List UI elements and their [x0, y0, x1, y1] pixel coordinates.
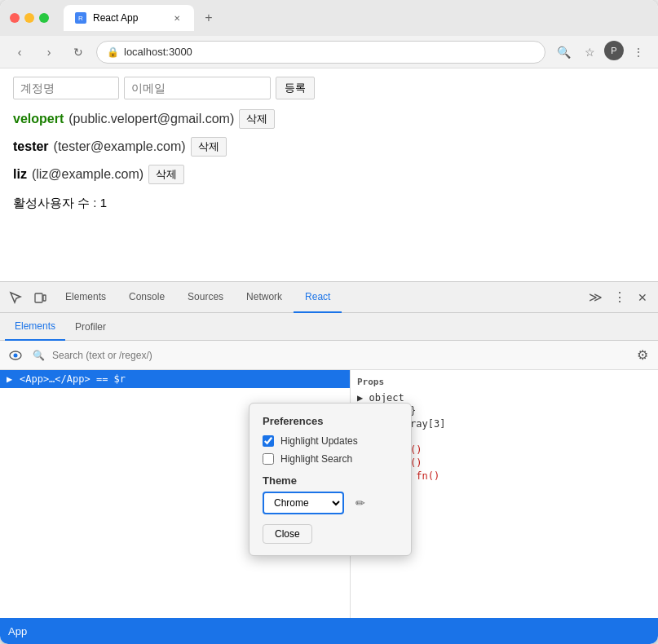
register-button[interactable]: 등록: [276, 77, 315, 99]
preferences-title: Preferences: [263, 415, 398, 427]
user-email-tester: (tester@example.com): [54, 139, 186, 154]
tree-item-label: <App>…</App> == $r: [20, 373, 126, 385]
device-toolbar-button[interactable]: [29, 287, 51, 308]
user-row-tester: tester (tester@example.com) 삭제: [13, 137, 645, 157]
svg-rect-1: [43, 295, 46, 301]
username-liz: liz: [13, 167, 27, 182]
reload-button[interactable]: ↻: [67, 41, 90, 64]
devtools-toolbar: Elements Console Sources Network React ≫…: [0, 282, 658, 313]
devtools-main: ▶ <App>…</App> == $r Props ▶ object stat…: [0, 370, 658, 618]
profile-icon[interactable]: P: [604, 41, 624, 60]
theme-edit-button[interactable]: ✏: [351, 493, 370, 513]
theme-section-title: Theme: [263, 474, 398, 487]
user-row-velopert: velopert (public.velopert@gmail.com) 삭제: [13, 109, 645, 129]
highlight-search-checkbox[interactable]: [263, 453, 274, 465]
tab-elements[interactable]: Elements: [54, 282, 117, 313]
preferences-popup: Preferences Highlight Updates Highlight …: [249, 403, 412, 556]
tab-close-button[interactable]: ✕: [171, 12, 183, 24]
sub-tab-profiler[interactable]: Profiler: [65, 313, 116, 341]
highlight-search-label: Highlight Search: [280, 453, 352, 465]
nav-bar: ‹ › ↻ 🔒 localhost:3000 🔍 ☆ P ⋮: [0, 36, 658, 68]
delete-button-tester[interactable]: 삭제: [191, 137, 227, 157]
forward-button[interactable]: ›: [38, 41, 60, 64]
highlight-updates-checkbox[interactable]: [263, 435, 274, 447]
minimize-traffic-light[interactable]: [24, 13, 34, 23]
user-row-liz: liz (liz@example.com) 삭제: [13, 165, 645, 184]
delete-button-liz[interactable]: 삭제: [148, 165, 184, 184]
delete-button-velopert[interactable]: 삭제: [239, 109, 275, 129]
title-bar: R React App ✕ +: [0, 0, 658, 36]
tab-sources[interactable]: Sources: [176, 282, 235, 313]
devtools-panel: Elements Console Sources Network React ≫…: [0, 281, 658, 644]
props-title: Props: [357, 377, 651, 387]
bottom-app-label: App: [8, 625, 27, 637]
devtools-right-buttons: ⋮ ✕: [609, 287, 653, 308]
react-search-bar: 🔍 ⚙: [0, 341, 658, 370]
react-search-input[interactable]: [52, 350, 629, 361]
tab-react[interactable]: React: [294, 282, 342, 313]
email-input[interactable]: [124, 77, 271, 99]
page-content: 등록 velopert (public.velopert@gmail.com) …: [0, 68, 658, 281]
address-text: localhost:3000: [124, 46, 192, 58]
tree-arrow: ▶: [7, 373, 16, 385]
tab-bar: R React App ✕ +: [64, 5, 648, 31]
close-traffic-light[interactable]: [10, 13, 20, 23]
highlight-search-item: Highlight Search: [263, 453, 398, 465]
devtools-close-button[interactable]: ✕: [632, 287, 653, 308]
tab-title: React App: [93, 12, 165, 24]
eye-icon[interactable]: [7, 346, 24, 364]
svg-rect-0: [35, 293, 42, 302]
theme-select[interactable]: Chrome Dark Light: [263, 492, 344, 514]
devtools-bottom-bar: App: [0, 618, 658, 644]
browser-tab[interactable]: R React App ✕: [64, 5, 194, 31]
username-tester: tester: [13, 139, 49, 154]
bookmark-icon[interactable]: ☆: [578, 41, 601, 64]
user-email-liz: (liz@example.com): [32, 167, 144, 182]
menu-icon[interactable]: ⋮: [627, 41, 650, 64]
browser-window: R React App ✕ + ‹ › ↻ 🔒 localhost:3000 🔍…: [0, 0, 658, 644]
svg-point-3: [14, 353, 18, 357]
more-tabs-button[interactable]: ≫: [585, 287, 606, 308]
address-bar[interactable]: 🔒 localhost:3000: [96, 41, 545, 64]
traffic-lights: [10, 13, 49, 23]
tab-console[interactable]: Console: [117, 282, 176, 313]
highlight-updates-label: Highlight Updates: [280, 435, 358, 447]
fullscreen-traffic-light[interactable]: [39, 13, 49, 23]
devtools-dots-button[interactable]: ⋮: [609, 287, 630, 308]
tree-row-app[interactable]: ▶ <App>…</App> == $r: [0, 370, 350, 388]
username-velopert: velopert: [13, 112, 64, 126]
registration-form: 등록: [13, 77, 645, 99]
new-tab-button[interactable]: +: [197, 7, 220, 29]
search-icon[interactable]: 🔍: [552, 41, 575, 64]
inspect-element-button[interactable]: [5, 287, 26, 308]
search-icon: 🔍: [29, 346, 47, 364]
preferences-close-button[interactable]: Close: [263, 524, 312, 544]
sub-tab-elements[interactable]: Elements: [5, 313, 65, 341]
theme-row: Chrome Dark Light ✏: [263, 492, 398, 514]
tab-network[interactable]: Network: [235, 282, 294, 313]
highlight-updates-item: Highlight Updates: [263, 435, 398, 447]
tab-favicon: R: [75, 12, 86, 24]
account-name-input[interactable]: [13, 77, 119, 99]
nav-icons: 🔍 ☆ P ⋮: [552, 41, 650, 64]
preferences-gear-icon[interactable]: ⚙: [634, 346, 651, 364]
active-user-count: 활성사용자 수 : 1: [13, 196, 645, 211]
user-email-velopert: (public.velopert@gmail.com): [68, 112, 234, 126]
devtools-tabs: Elements Console Sources Network React: [54, 282, 581, 313]
react-sub-tabs: Elements Profiler: [0, 313, 658, 341]
back-button[interactable]: ‹: [8, 41, 31, 64]
prop-object: ▶ object: [357, 392, 651, 404]
